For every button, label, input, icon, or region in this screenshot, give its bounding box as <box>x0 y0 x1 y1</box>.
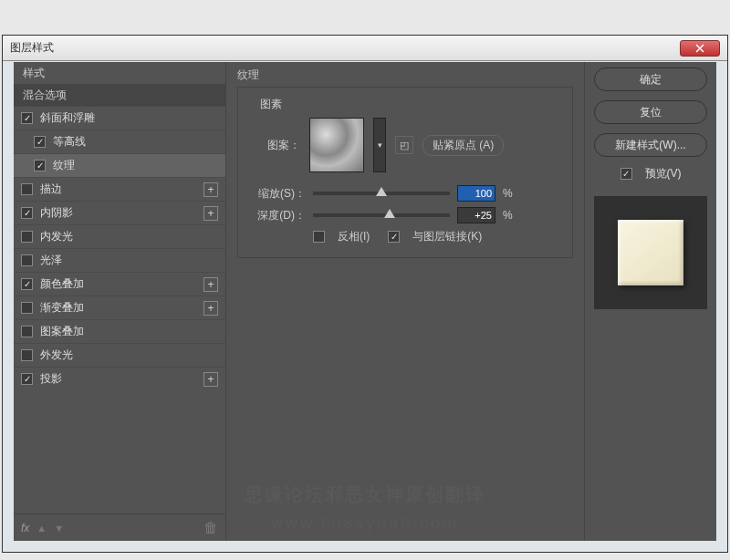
blend-options-header[interactable]: 混合选项 <box>14 84 225 106</box>
pattern-label: 图案： <box>267 138 300 153</box>
effect-item-4[interactable]: 内阴影+ <box>14 201 225 224</box>
new-style-button[interactable]: 新建样式(W)... <box>594 133 707 157</box>
preview-checkbox-row[interactable]: 预览(V) <box>620 166 682 181</box>
effect-checkbox[interactable] <box>21 207 33 219</box>
invert-label: 反相(I) <box>338 229 370 244</box>
effect-checkbox[interactable] <box>21 349 33 361</box>
invert-checkbox-row[interactable]: 反相(I) <box>313 229 370 244</box>
effect-list: 斜面和浮雕等高线纹理描边+内阴影+内发光光泽颜色叠加+渐变叠加+图案叠加外发光投… <box>14 106 225 513</box>
plus-icon[interactable]: + <box>203 206 218 221</box>
depth-input[interactable] <box>457 207 495 223</box>
effect-item-7[interactable]: 颜色叠加+ <box>14 272 225 296</box>
settings-panel: 纹理 图素 图案： ▾ ◰ 贴紧原点 (A) 缩放(S)： % 深度(D) <box>225 62 585 541</box>
effect-item-3[interactable]: 描边+ <box>14 177 225 201</box>
depth-percent: % <box>503 209 513 222</box>
effect-checkbox[interactable] <box>34 160 46 171</box>
trash-icon[interactable]: 🗑 <box>203 520 218 536</box>
effect-item-11[interactable]: 投影+ <box>14 367 225 390</box>
section-title: 纹理 <box>237 67 573 83</box>
scale-input[interactable] <box>457 185 495 202</box>
effect-checkbox[interactable] <box>21 254 33 266</box>
pattern-swatch[interactable] <box>309 118 364 172</box>
scale-slider[interactable] <box>313 192 450 195</box>
depth-label: 深度(D)： <box>249 208 306 223</box>
titlebar: 图层样式 <box>3 36 727 61</box>
preview-swatch <box>618 220 683 285</box>
preview-label: 预览(V) <box>645 166 682 181</box>
close-button[interactable] <box>680 40 720 57</box>
preview-box <box>594 196 707 309</box>
left-footer: fx ▲ ▼ 🗑 <box>14 513 225 541</box>
effect-label: 斜面和浮雕 <box>40 110 95 126</box>
watermark-1: 思缘论坛邪恶女神原创翻译 <box>245 482 485 507</box>
plus-icon[interactable]: + <box>203 372 218 387</box>
effect-item-1[interactable]: 等高线 <box>14 130 225 153</box>
scale-percent: % <box>503 187 513 200</box>
plus-icon[interactable]: + <box>203 182 218 197</box>
scale-label: 缩放(S)： <box>249 186 306 202</box>
elements-fieldset: 图素 图案： ▾ ◰ 贴紧原点 (A) 缩放(S)： % 深度(D)： <box>237 87 573 258</box>
effect-item-2[interactable]: 纹理 <box>14 153 225 177</box>
preview-checkbox[interactable] <box>620 168 632 180</box>
effect-label: 光泽 <box>40 253 62 268</box>
effect-item-6[interactable]: 光泽 <box>14 248 225 272</box>
styles-panel: 样式 混合选项 斜面和浮雕等高线纹理描边+内阴影+内发光光泽颜色叠加+渐变叠加+… <box>14 62 225 541</box>
effect-item-5[interactable]: 内发光 <box>14 224 225 248</box>
ok-button[interactable]: 确定 <box>594 67 707 91</box>
reset-button[interactable]: 复位 <box>594 100 707 124</box>
watermark-2: www.missyuan.com <box>271 513 459 533</box>
effect-checkbox[interactable] <box>21 183 33 195</box>
arrow-down-icon[interactable]: ▼ <box>54 523 64 534</box>
effect-checkbox[interactable] <box>21 326 33 337</box>
new-preset-icon[interactable]: ◰ <box>395 136 413 154</box>
effect-label: 内阴影 <box>40 205 73 221</box>
snap-origin-button[interactable]: 贴紧原点 (A) <box>422 135 504 156</box>
window-title: 图层样式 <box>10 40 54 56</box>
effect-checkbox[interactable] <box>21 112 33 124</box>
arrow-up-icon[interactable]: ▲ <box>36 523 47 534</box>
close-icon <box>695 44 704 53</box>
fx-label[interactable]: fx <box>21 522 29 534</box>
invert-checkbox[interactable] <box>313 231 325 243</box>
effect-label: 渐变叠加 <box>40 300 84 316</box>
effect-label: 投影 <box>40 371 62 387</box>
effect-label: 图案叠加 <box>40 324 84 339</box>
elements-label: 图素 <box>249 97 561 112</box>
effect-item-10[interactable]: 外发光 <box>14 343 225 367</box>
effect-checkbox[interactable] <box>21 231 33 243</box>
styles-header[interactable]: 样式 <box>14 62 225 84</box>
effect-label: 内发光 <box>40 229 73 244</box>
plus-icon[interactable]: + <box>203 301 218 316</box>
depth-slider[interactable] <box>313 213 450 217</box>
effect-label: 颜色叠加 <box>40 276 84 292</box>
link-checkbox-row[interactable]: 与图层链接(K) <box>388 229 482 244</box>
effect-item-8[interactable]: 渐变叠加+ <box>14 296 225 319</box>
effect-checkbox[interactable] <box>21 373 33 385</box>
effect-item-9[interactable]: 图案叠加 <box>14 319 225 343</box>
effect-label: 外发光 <box>40 347 73 363</box>
plus-icon[interactable]: + <box>203 277 218 292</box>
effect-item-0[interactable]: 斜面和浮雕 <box>14 106 225 130</box>
effect-checkbox[interactable] <box>21 302 33 314</box>
right-panel: 确定 复位 新建样式(W)... 预览(V) <box>585 62 716 541</box>
effect-label: 描边 <box>40 181 62 197</box>
link-checkbox[interactable] <box>388 231 400 243</box>
pattern-dropdown[interactable]: ▾ <box>373 118 386 172</box>
effect-label: 纹理 <box>53 158 75 173</box>
effect-label: 等高线 <box>53 134 86 150</box>
effect-checkbox[interactable] <box>21 278 33 290</box>
effect-checkbox[interactable] <box>34 136 46 148</box>
link-label: 与图层链接(K) <box>412 229 482 244</box>
